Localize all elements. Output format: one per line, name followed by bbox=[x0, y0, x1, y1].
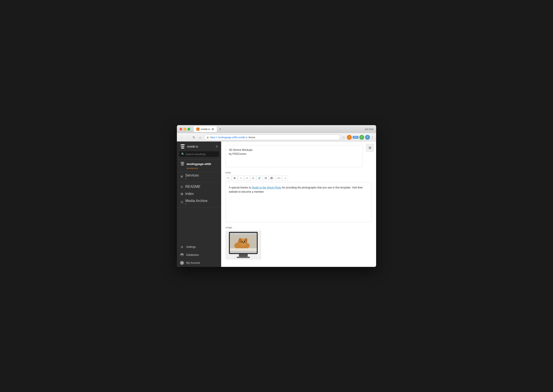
media-archive-label: Media Archive bbox=[185, 199, 208, 203]
title-line2: by PSDCovers bbox=[229, 152, 359, 156]
logo-disk-2 bbox=[181, 146, 185, 147]
sidebar-item-media-archive-content: Media Archive 6 bbox=[185, 199, 208, 205]
db-name[interactable]: landingpage-e00b bbox=[187, 162, 211, 166]
toolbar-expand[interactable]: ⤢ bbox=[282, 175, 288, 181]
extension-btn-2[interactable]: T bbox=[359, 135, 364, 140]
refresh-icon[interactable]: ↻ bbox=[216, 145, 218, 148]
body-field-section: body T↓ B I ≡ ☷ 🔗 ⛓ 🖼↓ </> ⤢ A special t… bbox=[226, 171, 372, 222]
settings-icon: ⚙ bbox=[180, 245, 184, 249]
search-icon: 🔍 bbox=[181, 153, 184, 155]
main-settings-button[interactable]: ⚙ bbox=[366, 144, 374, 152]
title-editor[interactable]: 3D Device Mockups by PSDCovers bbox=[226, 145, 363, 167]
databases-icon bbox=[180, 253, 184, 257]
body-toolbar: T↓ B I ≡ ☷ 🔗 ⛓ 🖼↓ </> ⤢ bbox=[226, 175, 372, 181]
address-bar[interactable]: 🔒 https:// landingpage-e00b.restdb.io /h… bbox=[204, 134, 340, 140]
toolbar-italic[interactable]: I bbox=[238, 175, 244, 181]
logo-tld: io bbox=[196, 145, 198, 148]
bookmark-button[interactable]: ☆ bbox=[342, 135, 346, 140]
logo-area: restdb.io bbox=[180, 144, 198, 149]
image-mockup bbox=[226, 231, 261, 259]
monitor-screen bbox=[230, 233, 257, 253]
address-url-path: /home bbox=[248, 136, 255, 139]
sidebar-item-services-label: Services 3 bbox=[185, 173, 199, 180]
app-body: restdb.io ↻ 🔍 landingpage-e00b bbox=[177, 141, 376, 267]
media-archive-icon: ◫ bbox=[180, 200, 184, 204]
svg-point-0 bbox=[180, 254, 184, 255]
services-icon: ⊞ bbox=[180, 175, 184, 178]
logo-text: restdb.io bbox=[187, 145, 198, 148]
title-field-section: 3D Device Mockups by PSDCovers bbox=[226, 145, 372, 167]
reload-button[interactable]: ↻ bbox=[192, 135, 196, 140]
db-icon bbox=[180, 162, 185, 166]
home-button[interactable]: ⌂ bbox=[198, 135, 203, 140]
new-tab-button[interactable]: + bbox=[218, 127, 222, 132]
readme-icon: ◎ bbox=[180, 185, 184, 189]
index-icon: ▤ bbox=[180, 192, 184, 196]
extension-btn-1[interactable]: ⚡ bbox=[347, 135, 352, 140]
tab-close-button[interactable]: ✕ bbox=[211, 128, 214, 130]
secure-icon: 🔒 bbox=[206, 136, 209, 138]
sidebar-bottom: ⚙ Settings Databases JE My Acco bbox=[177, 243, 221, 267]
sidebar: restdb.io ↻ 🔍 landingpage-e00b bbox=[177, 141, 221, 267]
logo-name: restdb bbox=[187, 145, 195, 148]
monitor-frame bbox=[229, 232, 258, 254]
settings-label: Settings bbox=[186, 245, 196, 248]
extension-badge[interactable]: 2:57 bbox=[353, 136, 358, 139]
body-link[interactable]: Death to the Stock Photo bbox=[252, 186, 281, 189]
close-button[interactable] bbox=[180, 128, 182, 130]
svg-point-8 bbox=[242, 241, 243, 242]
my-account-label: My Account bbox=[186, 261, 200, 265]
tab-favicon: r bbox=[196, 127, 200, 131]
sidebar-item-services[interactable]: ⊞ Services 3 bbox=[177, 172, 221, 181]
forward-button[interactable]: › bbox=[185, 135, 190, 140]
extension-btn-3[interactable]: P bbox=[365, 135, 370, 140]
search-box[interactable]: 🔍 bbox=[179, 151, 219, 157]
monitor-stand bbox=[239, 254, 248, 257]
logo-icon bbox=[180, 144, 185, 149]
sidebar-divider-1 bbox=[177, 182, 221, 182]
navbar: ‹ › ↻ ⌂ 🔒 https:// landingpage-e00b.rest… bbox=[177, 133, 376, 141]
gear-icon: ⚙ bbox=[368, 146, 372, 150]
minimize-button[interactable] bbox=[184, 128, 186, 130]
services-count: 3 bbox=[185, 177, 199, 180]
sidebar-divider-2 bbox=[177, 208, 221, 208]
main-content: ⚙ 3D Device Mockups by PSDCovers body T↓… bbox=[221, 141, 376, 267]
toolbar-code[interactable]: </> bbox=[276, 175, 282, 181]
sidebar-item-readme[interactable]: ◎ README bbox=[177, 183, 221, 190]
readme-label: README bbox=[185, 185, 200, 189]
body-text-pre: A special thanks to bbox=[229, 186, 252, 189]
toolbar-unordered-list[interactable]: ≡ bbox=[244, 175, 250, 181]
media-archive-count: 6 bbox=[185, 203, 208, 205]
toolbar-link[interactable]: 🔗 bbox=[256, 175, 262, 181]
svg-point-10 bbox=[243, 243, 244, 243]
sidebar-item-databases[interactable]: Databases bbox=[177, 251, 221, 259]
toolbar-image[interactable]: 🖼↓ bbox=[269, 175, 275, 181]
sidebar-item-my-account[interactable]: JE My Account bbox=[177, 259, 221, 267]
sidebar-item-media-archive[interactable]: ◫ Media Archive 6 bbox=[177, 197, 221, 207]
databases-label: Databases bbox=[186, 253, 199, 256]
db-disk-2 bbox=[181, 163, 184, 164]
maximize-button[interactable] bbox=[187, 128, 190, 130]
db-disk-3 bbox=[181, 165, 184, 165]
toolbar-ordered-list[interactable]: ☷ bbox=[250, 175, 256, 181]
address-url-secure: https:// bbox=[210, 136, 217, 139]
toolbar-unlink[interactable]: ⛓ bbox=[263, 175, 269, 181]
active-tab[interactable]: r restdb.io ✕ bbox=[194, 126, 217, 132]
toolbar-bold[interactable]: B bbox=[232, 175, 238, 181]
back-button[interactable]: ‹ bbox=[179, 135, 184, 140]
body-editor[interactable]: A special thanks to Death to the Stock P… bbox=[226, 182, 372, 222]
title-line1: 3D Device Mockups bbox=[229, 148, 359, 152]
sidebar-item-settings[interactable]: ⚙ Settings bbox=[177, 243, 221, 251]
titlebar: r restdb.io ✕ + Jon Erik bbox=[177, 125, 376, 133]
image-field-section: image bbox=[226, 226, 372, 259]
tab-bar: r restdb.io ✕ + bbox=[194, 126, 365, 132]
sidebar-item-index[interactable]: ▤ index bbox=[177, 190, 221, 197]
db-env: development bbox=[187, 167, 218, 169]
toolbar-text-style[interactable]: T↓ bbox=[226, 175, 231, 181]
chrome-menu-button[interactable]: ⋮ bbox=[371, 136, 374, 139]
dog-image-svg bbox=[230, 233, 257, 253]
services-label: Services bbox=[185, 173, 199, 177]
tab-title: restdb.io bbox=[201, 128, 210, 130]
monitor-base bbox=[237, 257, 250, 258]
search-input[interactable] bbox=[186, 153, 217, 155]
